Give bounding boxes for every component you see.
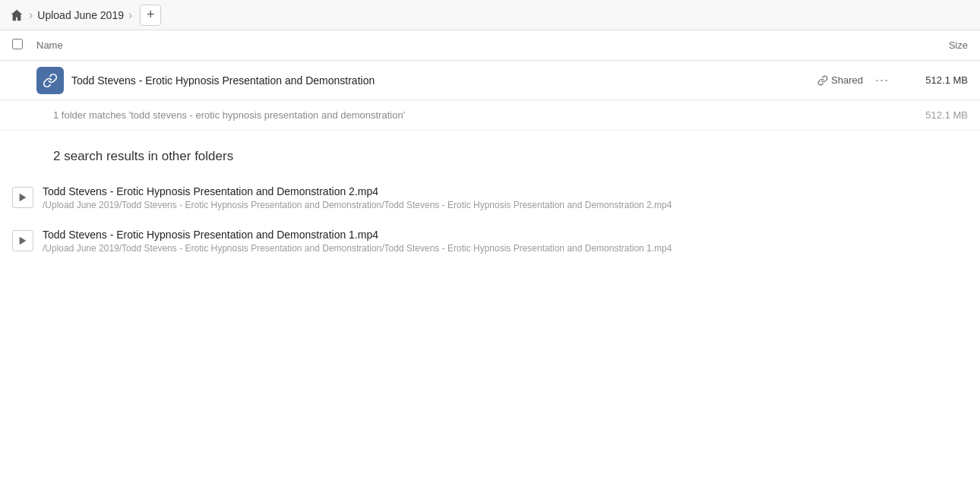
select-all-checkbox[interactable] xyxy=(12,39,30,52)
link-icon xyxy=(43,73,58,88)
summary-text: 1 folder matches 'todd stevens - erotic … xyxy=(53,109,405,121)
play-icon xyxy=(17,235,28,246)
result-info: Todd Stevens - Erotic Hypnosis Presentat… xyxy=(43,185,672,210)
link-small-icon xyxy=(817,75,828,86)
result-item[interactable]: Todd Stevens - Erotic Hypnosis Presentat… xyxy=(0,219,980,263)
folder-name: Todd Stevens - Erotic Hypnosis Presentat… xyxy=(71,74,817,87)
result-filename: Todd Stevens - Erotic Hypnosis Presentat… xyxy=(43,229,672,241)
folder-size: 512.1 MB xyxy=(892,74,968,86)
result-filename: Todd Stevens - Erotic Hypnosis Presentat… xyxy=(43,185,672,197)
video-icon xyxy=(12,187,33,208)
add-button[interactable]: + xyxy=(140,5,161,26)
folder-actions: Shared ··· xyxy=(817,69,892,91)
video-icon xyxy=(12,230,33,251)
breadcrumb-separator: › xyxy=(29,8,33,22)
summary-size: 512.1 MB xyxy=(925,109,968,121)
folder-row[interactable]: Todd Stevens - Erotic Hypnosis Presentat… xyxy=(0,61,980,100)
home-icon[interactable] xyxy=(9,8,24,23)
other-folders-header: 2 search results in other folders xyxy=(0,131,980,176)
shared-label: Shared xyxy=(831,74,863,86)
more-options-button[interactable]: ··· xyxy=(872,69,892,91)
breadcrumb-folder[interactable]: Upload June 2019 xyxy=(37,9,124,21)
svg-marker-0 xyxy=(20,194,27,202)
result-item[interactable]: Todd Stevens - Erotic Hypnosis Presentat… xyxy=(0,176,980,219)
result-path: /Upload June 2019/Todd Stevens - Erotic … xyxy=(43,243,672,254)
select-all-input[interactable] xyxy=(12,39,23,49)
folder-icon xyxy=(36,67,64,94)
summary-row: 1 folder matches 'todd stevens - erotic … xyxy=(0,100,980,131)
shared-badge: Shared xyxy=(817,74,863,86)
size-column-header: Size xyxy=(892,39,968,51)
breadcrumb-bar: › Upload June 2019 › + xyxy=(0,0,980,30)
result-info: Todd Stevens - Erotic Hypnosis Presentat… xyxy=(43,229,672,254)
column-headers: Name Size xyxy=(0,30,980,61)
name-column-header: Name xyxy=(36,39,892,51)
svg-marker-1 xyxy=(20,237,27,245)
play-icon xyxy=(17,192,28,203)
breadcrumb-separator-2: › xyxy=(128,8,132,22)
result-path: /Upload June 2019/Todd Stevens - Erotic … xyxy=(43,200,672,210)
